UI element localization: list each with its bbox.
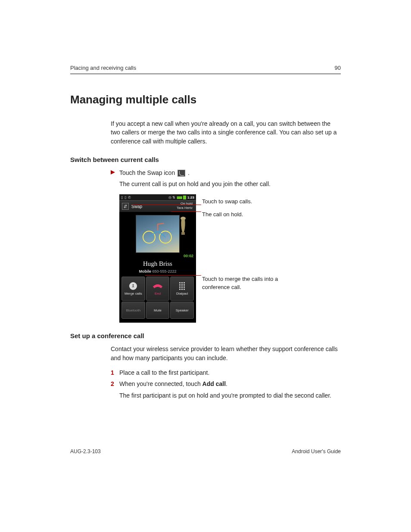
battery-icon: [183, 196, 186, 199]
bluetooth-button[interactable]: Bluetooth: [121, 302, 145, 319]
phone-screenshot: ▯ ▯ ✆ ◎ ⇅ ▮▮▮▮ 1:23 Swap: [119, 194, 196, 323]
vase-decoration: [179, 215, 187, 236]
caller-name: Hugh Briss: [119, 260, 196, 268]
conference-step-1: 1 Place a call to the first participant.: [111, 368, 341, 377]
end-call-button[interactable]: End: [146, 277, 170, 301]
swap-icon: [177, 170, 185, 177]
callout-swap: Touch to swap calls.: [202, 198, 252, 205]
heading-switch: Switch between current calls: [70, 156, 341, 163]
intro-paragraph: If you accept a new call when you're alr…: [111, 119, 341, 146]
callout-hold: The call on hold.: [202, 211, 243, 218]
swap-button[interactable]: Swap: [119, 203, 142, 210]
merge-calls-button[interactable]: Merge calls: [121, 277, 145, 301]
svg-marker-0: [111, 170, 115, 174]
on-hold-info: On hold Tara Hertz: [177, 202, 193, 210]
page-number: 90: [335, 65, 341, 71]
section-name: Placing and receiving calls: [70, 65, 136, 71]
call-timer: 00:02: [184, 254, 193, 258]
footer-doc-id: AUG-2.3-103: [70, 448, 101, 454]
status-time: 1:23: [187, 196, 194, 199]
svg-rect-4: [181, 232, 185, 235]
swap-row: Swap On hold Tara Hertz: [119, 200, 196, 212]
status-bar: ▯ ▯ ✆ ◎ ⇅ ▮▮▮▮ 1:23: [119, 194, 196, 200]
contact-photo: [136, 215, 180, 253]
dialpad-icon: [179, 282, 185, 290]
callout-merge: Touch to merge the calls into a conferen…: [202, 275, 297, 291]
mute-button[interactable]: Mute: [146, 302, 170, 319]
swap-icon: [122, 203, 129, 210]
merge-icon: [129, 282, 137, 290]
step-touch-swap: Touch the Swap icon .: [111, 168, 341, 177]
speaker-button[interactable]: Speaker: [170, 302, 194, 319]
heading-conference: Set up a conference call: [70, 332, 341, 339]
dialpad-button[interactable]: Dialpad: [170, 277, 194, 301]
page-title: Managing multiple calls: [70, 93, 341, 106]
footer-doc-title: Android User's Guide: [292, 448, 341, 454]
running-header: Placing and receiving calls 90: [70, 65, 341, 74]
caller-number: Mobile 650-555-2222: [119, 269, 196, 274]
bullet-icon: [111, 168, 119, 177]
conference-note: The first participant is put on hold and…: [119, 391, 341, 400]
phone-figure: ▯ ▯ ✆ ◎ ⇅ ▮▮▮▮ 1:23 Swap: [119, 194, 341, 323]
conference-intro: Contact your wireless service provider t…: [111, 345, 341, 362]
end-call-icon: [152, 282, 163, 290]
page-footer: AUG-2.3-103 Android User's Guide: [70, 448, 341, 454]
conference-step-2: 2 When you're connected, touch Add call.: [111, 380, 341, 388]
signal-icon: ▮▮▮▮: [177, 196, 182, 199]
step-note: The current call is put on hold and you …: [119, 180, 341, 188]
